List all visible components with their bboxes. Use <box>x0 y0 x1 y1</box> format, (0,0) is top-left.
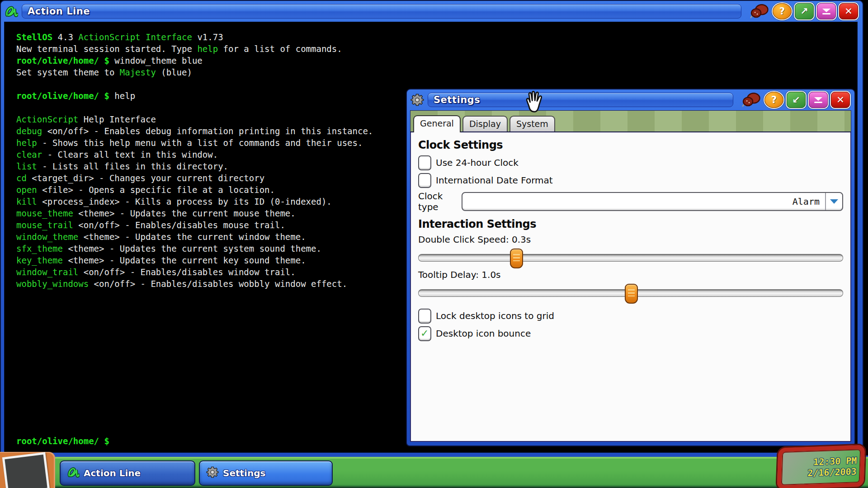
action-line-titlebar[interactable]: Action Line ? ↗ ✕ <box>1 1 863 22</box>
settings-title-inset: Settings <box>428 93 733 107</box>
settings-controls: ? ↙ ✕ <box>741 92 850 108</box>
minimize-icon <box>822 9 830 12</box>
clock-type-value: Alarm <box>462 196 825 207</box>
action-line-title: Action Line <box>28 6 90 17</box>
use-24hr-label: Use 24-hour Clock <box>436 157 519 168</box>
action-line-icon <box>67 466 80 480</box>
action-line-controls: ? ↗ ✕ <box>750 3 858 19</box>
minimize-icon <box>814 97 822 101</box>
lock-grid-checkbox[interactable] <box>418 309 431 324</box>
terminal-line: New terminal session started. Type help … <box>16 43 857 55</box>
intl-date-label: International Date Format <box>436 175 553 186</box>
interaction-settings-heading: Interaction Settings <box>418 218 843 230</box>
close-button[interactable]: ✕ <box>839 3 858 19</box>
gear-icon <box>206 466 219 480</box>
minimize-bar-icon <box>814 102 822 103</box>
settings-tabstrip: General Display System <box>410 110 851 132</box>
window-settings: Settings ? ↙ ✕ <box>406 89 855 446</box>
mascot-icon <box>750 4 769 19</box>
action-line-icon <box>5 5 18 18</box>
start-button[interactable] <box>0 452 55 488</box>
intl-date-checkbox[interactable] <box>418 173 431 188</box>
minimize-button[interactable] <box>817 3 836 19</box>
clock-type-row: Clock type Alarm <box>418 191 843 212</box>
desktop: Action Line ? ↗ ✕ <box>0 0 868 488</box>
icon-bounce-row: Desktop icon bounce <box>418 326 843 341</box>
slider-thumb[interactable] <box>625 284 638 304</box>
taskbar-label: Action Line <box>84 468 141 479</box>
help-button[interactable]: ? <box>773 3 792 19</box>
taskbar-label: Settings <box>223 468 265 479</box>
taskbar: Action Line Settings 12:30 PM 2/16/2003 <box>0 455 868 488</box>
terminal-line: root/olive/home/ $ window_theme blue <box>16 55 857 66</box>
terminal-line: Set system theme to Majesty (blue) <box>16 66 857 78</box>
icon-bounce-checkbox[interactable] <box>418 326 431 341</box>
double-click-speed-label: Double Click Speed: 0.3s <box>418 234 843 245</box>
tooltip-delay-slider <box>418 283 843 302</box>
close-button[interactable]: ✕ <box>831 92 850 108</box>
restore-button[interactable]: ↙ <box>787 92 806 108</box>
clock-settings-heading: Clock Settings <box>418 139 843 151</box>
photo-icon <box>2 452 50 488</box>
terminal-prompt[interactable]: root/olive/home/ $ <box>16 436 109 446</box>
action-line-title-inset: Action Line <box>22 4 741 19</box>
maximize-button[interactable]: ↗ <box>795 3 814 19</box>
icon-bounce-label: Desktop icon bounce <box>436 328 531 339</box>
double-click-speed-slider <box>418 248 843 267</box>
lock-grid-row: Lock desktop icons to grid <box>418 308 843 324</box>
use-24hr-checkbox[interactable] <box>418 155 431 170</box>
hand-cursor <box>524 90 545 114</box>
clock-date: 2/16/2003 <box>781 466 857 479</box>
help-button[interactable]: ? <box>764 92 783 108</box>
chevron-down-icon <box>830 199 838 204</box>
intl-date-row: International Date Format <box>418 173 843 188</box>
lock-grid-label: Lock desktop icons to grid <box>436 310 554 321</box>
minimize-bar-icon <box>822 13 830 14</box>
slider-track[interactable] <box>418 254 843 262</box>
tray-clock[interactable]: 12:30 PM 2/16/2003 <box>777 445 865 488</box>
settings-titlebar[interactable]: Settings ? ↙ ✕ <box>407 89 854 110</box>
use-24hr-row: Use 24-hour Clock <box>418 155 843 170</box>
slider-thumb[interactable] <box>510 249 523 268</box>
tab-display[interactable]: Display <box>462 116 508 131</box>
clock-type-label: Clock type <box>418 191 462 212</box>
settings-content: Clock Settings Use 24-hour Clock Interna… <box>410 132 851 442</box>
terminal-line: StellOS 4.3 ActionScript Interface v1.73 <box>16 31 857 43</box>
taskbar-button-action-line[interactable]: Action Line <box>60 460 195 486</box>
gear-icon <box>410 93 424 107</box>
minimize-button[interactable] <box>809 92 828 108</box>
taskbar-button-settings[interactable]: Settings <box>199 460 333 486</box>
tab-general[interactable]: General <box>413 115 461 132</box>
mascot-icon <box>741 92 761 108</box>
tooltip-delay-label: Tooltip Delay: 1.0s <box>418 269 843 280</box>
clock-type-dropdown[interactable]: Alarm <box>462 192 843 211</box>
settings-title: Settings <box>434 94 480 105</box>
dropdown-arrow-box[interactable] <box>825 193 842 210</box>
tab-system[interactable]: System <box>509 116 555 131</box>
